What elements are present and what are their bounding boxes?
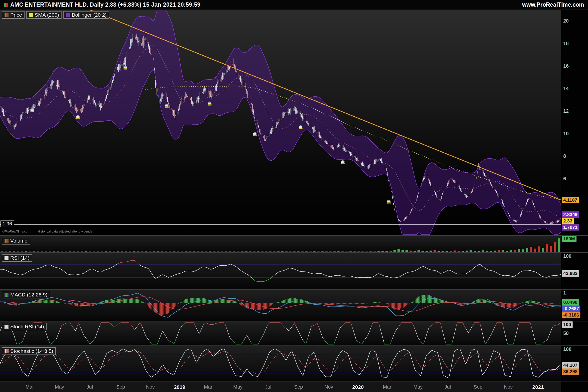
stochrsi-panel: Stoch RSI (14) 50100 [0,321,588,346]
axis-tick: 8 [563,153,566,159]
legend-item-macd[interactable]: MACD (12 26 9) [2,291,50,298]
legend-label: Price [10,12,22,18]
macd-panel: MACD (12 26 9) 10.0498-0.2687-0.3186 [0,289,588,321]
dividend-icon[interactable] [207,102,212,106]
legend-label: Volume [10,238,28,244]
copyright-note: ©ProRealTime.com Historical data adjuste… [2,230,92,233]
dividend-icon[interactable] [252,132,257,136]
instrument-icon [4,3,8,7]
axis-tick: 10 [563,131,569,136]
time-axis-corner [561,382,588,392]
time-axis-month-label: May [55,384,64,390]
price-chart-canvas[interactable] [0,10,561,235]
dividend-icon[interactable] [30,108,34,112]
stochrsi-plot[interactable]: Stoch RSI (14) [0,322,561,346]
axis-value-label: 4.1187 [562,197,579,203]
rsi-chart-canvas[interactable] [0,253,561,289]
macd-chart-canvas[interactable] [0,290,561,321]
macd-lines-icon [4,293,8,297]
chart-area: Price SMA (200) Bollinger (20 2) 1.96 ©P… [0,10,588,392]
dividend-adjustment-note: Historical data adjusted after dividends [38,230,92,233]
axis-tick: 6 [563,176,566,182]
candlestick-icon [4,13,8,17]
legend-item-volume[interactable]: Volume [2,237,30,244]
volume-panel: Volume 160M [0,235,588,252]
axis-value-label: 36.298 [562,368,579,375]
price-axis[interactable]: 201816141210864.11872.83492.331.7971 [561,10,588,235]
chart-title: AMC ENTERTAINMENT HLD. Daily 2.33 (+6.88… [10,2,200,8]
axis-value-label: 2.33 [562,218,574,224]
dividend-icon[interactable] [298,125,303,129]
axis-tick: 16 [563,63,569,69]
axis-value-label: 1.7971 [562,224,579,230]
axis-tick: 14 [563,86,569,92]
time-axis-month-label: May [413,384,422,390]
dividend-icon[interactable] [123,66,128,70]
legend-label: RSI (14) [10,255,30,261]
dividend-icon[interactable] [340,160,345,164]
time-axis-month-label: Mar [204,384,212,390]
stochastic-panel: Stochastic (14 3 5) 10044.10736.298 [0,346,588,381]
rsi-plot[interactable]: RSI (14) [0,253,561,289]
rsi-axis[interactable]: 10042.882 [561,253,588,289]
stochrsi-axis[interactable]: 50100 [561,322,588,346]
stochastic-chart-canvas[interactable] [0,346,561,381]
dividend-icon[interactable] [76,115,80,119]
rsi-line-icon [4,256,8,260]
axis-value-label: 160M [562,236,576,242]
axis-tick: 12 [563,108,569,114]
legend-label: Stoch RSI (14) [10,324,44,330]
stochrsi-chart-canvas[interactable] [0,322,561,346]
axis-tick: 20 [563,18,569,24]
time-axis-year-label: 2019 [174,384,185,390]
dividend-icon[interactable] [164,104,169,108]
legend-item-bollinger[interactable]: Bollinger (20 2) [64,11,109,18]
time-axis-month-label: Mar [383,384,391,390]
stochrsi-legend: Stoch RSI (14) [2,323,46,330]
instrument-info: AMC ENTERTAINMENT HLD. Daily 2.33 (+6.88… [4,2,200,8]
price-plot[interactable]: Price SMA (200) Bollinger (20 2) 1.96 ©P… [0,10,561,235]
time-axis-month-label: Jul [265,384,272,390]
volume-chart-canvas[interactable] [0,236,561,252]
volume-plot[interactable]: Volume [0,236,561,252]
sma-icon [29,13,33,17]
axis-value-label: 2.8349 [562,212,579,218]
rsi-panel: RSI (14) 10042.882 [0,252,588,289]
time-axis-month-label: Mar [26,384,34,390]
legend-item-price[interactable]: Price [2,11,24,18]
time-axis-month-label: Sep [294,384,303,390]
time-axis-month-label: Nov [504,384,513,390]
legend-label: Stochastic (14 3 5) [10,348,53,354]
axis-value-label: 42.882 [562,270,579,276]
legend-item-rsi[interactable]: RSI (14) [2,254,32,262]
time-axis-year-label: 2021 [532,384,544,390]
macd-axis[interactable]: 10.0498-0.2687-0.3186 [561,290,588,321]
legend-item-stochrsi[interactable]: Stoch RSI (14) [2,323,46,330]
price-legend: Price SMA (200) Bollinger (20 2) [2,11,109,18]
chart-header: AMC ENTERTAINMENT HLD. Daily 2.33 (+6.88… [0,0,588,10]
legend-label: SMA (200) [35,12,59,18]
support-price-label: 1.96 [0,220,14,227]
axis-value-label: 0.0498 [562,299,579,306]
axis-value-label: 44.107 [562,362,579,368]
prorealtime-chart-window: AMC ENTERTAINMENT HLD. Daily 2.33 (+6.88… [0,0,588,392]
prorealtime-site-label[interactable]: www.ProRealTime.com [522,2,584,8]
macd-plot[interactable]: MACD (12 26 9) [0,290,561,321]
time-axis-month-label: Nov [146,384,155,390]
time-axis[interactable]: MarMayJulSepNov2019MarMayJulSepNov2020Ma… [0,382,561,392]
price-panel: Price SMA (200) Bollinger (20 2) 1.96 ©P… [0,10,588,235]
bollinger-icon [66,13,70,17]
legend-label: MACD (12 26 9) [10,292,48,298]
time-axis-month-label: Sep [116,384,125,390]
stochastic-lines-icon [4,349,8,353]
volume-axis[interactable]: 160M [561,236,588,252]
stochastic-axis[interactable]: 10044.10736.298 [561,346,588,381]
axis-tick: 1 [563,290,566,296]
dividend-icon[interactable] [386,200,391,204]
axis-value-label: -0.2687 [562,306,580,312]
legend-item-stochastic[interactable]: Stochastic (14 3 5) [2,348,56,355]
axis-tick: 18 [563,41,569,46]
stochrsi-line-icon [4,324,8,329]
legend-item-sma200[interactable]: SMA (200) [26,11,62,18]
stochastic-plot[interactable]: Stochastic (14 3 5) [0,346,561,381]
